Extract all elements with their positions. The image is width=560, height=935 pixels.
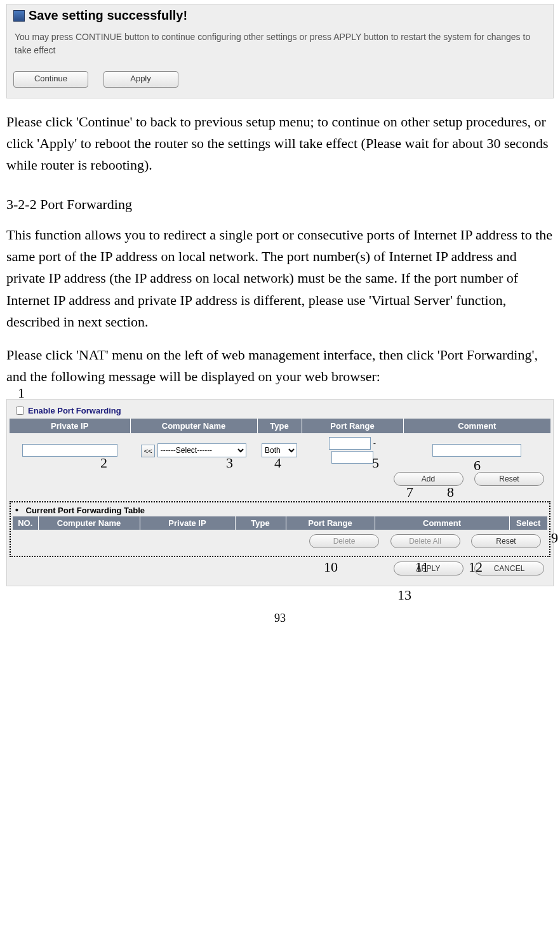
save-settings-panel: Save setting successfully! You may press… <box>6 4 554 98</box>
callout-3: 3 <box>226 455 233 471</box>
comment-input[interactable] <box>432 444 521 457</box>
cancel-button[interactable]: CANCEL <box>474 562 544 575</box>
bullet-icon: • <box>15 505 18 515</box>
reset-button-2[interactable]: Reset <box>471 534 541 548</box>
save-settings-title: Save setting successfully! <box>29 8 187 23</box>
dth-comment: Comment <box>375 516 509 530</box>
callout-7: 7 <box>406 484 413 501</box>
dth-computer-name: Computer Name <box>38 516 140 530</box>
continue-button[interactable]: Continue <box>13 71 88 88</box>
page-number: 93 <box>6 612 554 625</box>
apply-button[interactable]: Apply <box>103 71 178 88</box>
callout-11: 11 <box>415 559 429 575</box>
dth-no: NO. <box>13 516 38 530</box>
callout-10: 10 <box>324 559 338 575</box>
callout-4: 4 <box>274 455 281 471</box>
current-port-forwarding-group: • Current Port Forwarding Table NO. Comp… <box>10 501 550 557</box>
current-port-forwarding-title: Current Port Forwarding Table <box>26 506 145 515</box>
current-port-forwarding-table: NO. Computer Name Private IP Type Port R… <box>13 516 547 530</box>
port-range-to-input[interactable] <box>331 451 373 464</box>
enable-port-forwarding-checkbox[interactable] <box>16 407 24 415</box>
enable-port-forwarding-label: Enable Port Forwarding <box>28 406 121 415</box>
callout-9: 9 <box>551 530 558 546</box>
select-transfer-button[interactable]: << <box>141 445 155 457</box>
dth-select: Select <box>509 516 547 530</box>
th-comment: Comment <box>403 419 550 433</box>
th-computer-name: Computer Name <box>130 419 257 433</box>
th-port-range: Port Range <box>302 419 403 433</box>
delete-all-button[interactable]: Delete All <box>390 534 460 548</box>
enable-port-forwarding-row: Enable Port Forwarding <box>10 402 550 419</box>
port-range-from-input[interactable] <box>329 437 371 450</box>
dth-type: Type <box>235 516 286 530</box>
body-paragraph-2: This function allows you to redirect a s… <box>6 224 554 332</box>
dth-private-ip: Private IP <box>140 516 235 530</box>
callout-2: 2 <box>100 455 107 471</box>
dth-port-range: Port Range <box>286 516 375 530</box>
disk-icon <box>13 10 25 22</box>
callout-8: 8 <box>447 484 454 501</box>
delete-button[interactable]: Delete <box>309 534 379 548</box>
save-settings-title-row: Save setting successfully! <box>7 4 553 24</box>
th-type: Type <box>257 419 302 433</box>
save-settings-message: You may press CONTINUE button to continu… <box>7 24 553 69</box>
callout-6: 6 <box>474 457 481 474</box>
body-paragraph-3: Please click 'NAT' menu on the left of w… <box>6 344 554 387</box>
current-port-forwarding-title-row: • Current Port Forwarding Table <box>13 504 547 516</box>
port-range-dash: - <box>373 438 376 448</box>
callout-13: 13 <box>397 587 411 603</box>
th-private-ip: Private IP <box>10 419 130 433</box>
callout-12: 12 <box>469 559 483 575</box>
reset-button[interactable]: Reset <box>474 472 544 486</box>
callout-5: 5 <box>372 455 379 471</box>
body-paragraph-1: Please click 'Continue' to back to previ… <box>6 111 554 176</box>
port-forwarding-panel: Enable Port Forwarding Private IP Comput… <box>6 399 554 586</box>
delete-buttons-row: Delete Delete All Reset <box>13 530 547 553</box>
port-forwarding-figure: 1 Enable Port Forwarding Private IP Comp… <box>6 399 554 586</box>
callout-1: 1 <box>18 385 25 401</box>
section-heading: 3-2-2 Port Forwarding <box>6 196 554 213</box>
